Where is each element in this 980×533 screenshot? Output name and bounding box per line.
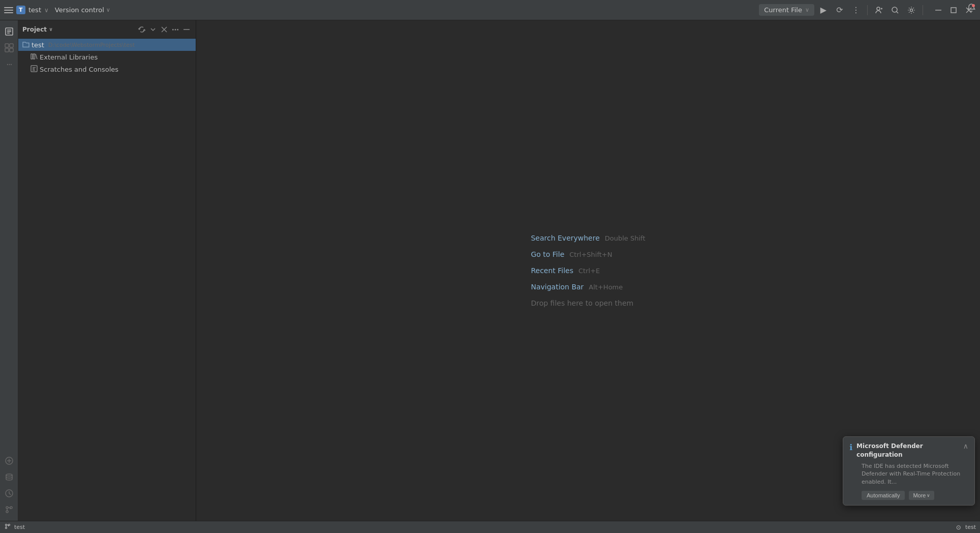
go-to-file-shortcut: Ctrl+Shift+N [569, 251, 612, 258]
sidebar-header: Project ∨ [18, 20, 196, 39]
sidebar-title: Project [22, 26, 47, 33]
navigation-bar-link[interactable]: Navigation Bar [531, 283, 584, 291]
minimize-button[interactable] [931, 3, 945, 17]
activity-bar: ··· [0, 20, 18, 521]
activity-git-icon[interactable] [2, 502, 16, 517]
sidebar-header-right: ⋯ [137, 24, 192, 35]
version-control-button[interactable]: Version control ∨ [52, 5, 113, 15]
more-button[interactable]: ⋮ [849, 3, 863, 17]
settings-button[interactable] [904, 3, 918, 17]
svg-rect-7 [951, 8, 956, 13]
recent-files-row: Recent Files Ctrl+E [531, 266, 600, 275]
debug-button[interactable]: ⟳ [833, 3, 847, 17]
project-badge: T [16, 6, 25, 14]
sidebar-collapse-button[interactable] [148, 24, 158, 35]
current-file-label: Current File [764, 6, 802, 14]
svg-point-36 [9, 524, 10, 526]
tree-root-path: D:\code\WebstormProjects\test [48, 42, 135, 48]
svg-point-0 [877, 7, 880, 10]
sidebar-sync-button[interactable] [137, 24, 147, 35]
notification-expand-icon[interactable]: ∧ [963, 442, 968, 450]
notification-header: ℹ Microsoft Defender configuration ∧ [849, 442, 968, 459]
notification-dot [972, 4, 975, 7]
hamburger-menu[interactable] [4, 6, 13, 15]
activity-files-icon[interactable] [2, 24, 16, 39]
tree-scratches-label: Scratches and Consoles [40, 66, 118, 73]
recent-files-shortcut: Ctrl+E [578, 267, 600, 275]
main-content: Search Everywhere Double Shift Go to Fil… [196, 20, 980, 521]
svg-point-5 [910, 9, 913, 11]
scratches-icon [30, 65, 38, 74]
recent-files-link[interactable]: Recent Files [531, 266, 573, 275]
svg-point-35 [6, 524, 7, 526]
drop-files-row: Drop files here to open them [531, 299, 633, 307]
status-check-icon: ⊙ [956, 524, 961, 531]
notification-more-label: More [913, 492, 926, 498]
tree-root-label: test [32, 41, 44, 49]
app-body: ··· [0, 20, 980, 521]
tree-external-label: External Libraries [40, 53, 98, 61]
notification-automatically-button[interactable]: Automatically [862, 491, 905, 500]
activity-plugin-icon[interactable] [2, 454, 16, 468]
svg-rect-14 [5, 44, 9, 47]
tree-item-scratches[interactable]: Scratches and Consoles [18, 63, 196, 75]
status-branch-name[interactable]: test [14, 524, 25, 530]
svg-rect-15 [10, 44, 13, 47]
run-button[interactable]: ▶ [816, 3, 831, 17]
svg-point-37 [6, 527, 7, 529]
version-control-dropdown-icon: ∨ [106, 7, 110, 13]
sidebar-title-dropdown[interactable]: ∨ [49, 26, 53, 32]
separator-2 [923, 5, 923, 15]
folder-icon [22, 41, 29, 49]
sidebar-more-button[interactable]: ⋯ [170, 24, 180, 35]
activity-todo-icon[interactable] [2, 486, 16, 500]
status-git-icon [4, 523, 11, 531]
add-user-button[interactable] [872, 3, 886, 17]
status-bar: test ⊙ test [0, 521, 980, 533]
svg-line-4 [897, 11, 899, 13]
notification-body: The IDE has detected Microsoft Defender … [849, 462, 968, 486]
status-bar-left: test [4, 523, 952, 531]
navigation-bar-row: Navigation Bar Alt+Home [531, 283, 623, 291]
project-dropdown[interactable]: ∨ [44, 7, 49, 14]
activity-structure-icon[interactable] [2, 41, 16, 55]
go-to-file-link[interactable]: Go to File [531, 250, 564, 258]
notification-bell[interactable] [967, 3, 976, 14]
svg-rect-30 [34, 54, 35, 59]
library-icon [30, 53, 38, 62]
maximize-button[interactable] [946, 3, 961, 17]
svg-point-25 [6, 511, 8, 513]
project-name: test [28, 6, 41, 14]
sidebar-close-button[interactable] [159, 24, 169, 35]
drop-files-text: Drop files here to open them [531, 299, 633, 307]
sidebar: Project ∨ [18, 20, 196, 521]
notification-info-icon: ℹ [849, 442, 852, 452]
activity-database-icon[interactable] [2, 470, 16, 484]
search-button[interactable] [888, 3, 902, 17]
activity-more-icon[interactable]: ··· [2, 57, 16, 71]
welcome-area: Search Everywhere Double Shift Go to Fil… [531, 234, 645, 307]
navigation-bar-shortcut: Alt+Home [589, 283, 623, 291]
notification-more-dropdown-icon: ∨ [927, 493, 930, 498]
version-control-label: Version control [55, 6, 104, 14]
title-bar: T test ∨ Version control ∨ Current File … [0, 0, 980, 20]
go-to-file-row: Go to File Ctrl+Shift+N [531, 250, 612, 258]
current-file-dropdown-icon: ∨ [805, 7, 809, 13]
title-bar-left: T test ∨ Version control ∨ [4, 5, 755, 15]
tree-item-root[interactable]: test D:\code\WebstormProjects\test [18, 39, 196, 51]
notification-title: Microsoft Defender configuration [856, 442, 959, 459]
svg-point-21 [6, 474, 12, 476]
svg-rect-16 [5, 48, 9, 52]
title-bar-right: Current File ∨ ▶ ⟳ ⋮ [759, 3, 976, 17]
svg-point-23 [6, 507, 8, 509]
notification-more-button[interactable]: More ∨ [909, 491, 934, 500]
search-everywhere-row: Search Everywhere Double Shift [531, 234, 645, 242]
separator-1 [867, 5, 868, 15]
current-file-button[interactable]: Current File ∨ [759, 4, 814, 16]
status-test-label: test [965, 524, 976, 530]
tree-item-external-libraries[interactable]: External Libraries [18, 51, 196, 63]
svg-rect-29 [31, 54, 33, 59]
search-everywhere-link[interactable]: Search Everywhere [531, 234, 599, 242]
sidebar-minimize-button[interactable] [181, 24, 192, 35]
sidebar-header-left: Project ∨ [22, 26, 53, 33]
